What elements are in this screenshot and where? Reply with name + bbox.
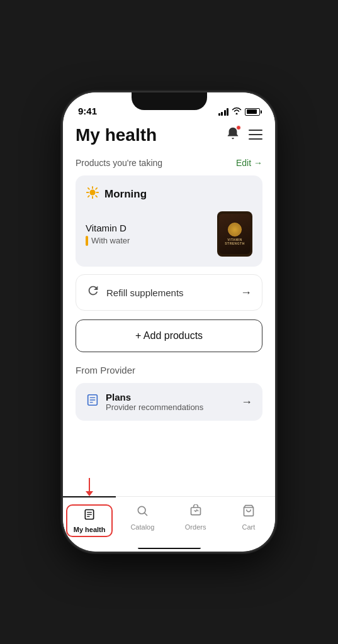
status-time: 9:41: [78, 106, 97, 116]
refresh-icon: [86, 284, 100, 301]
water-indicator: [86, 236, 88, 246]
nav-item-orders[interactable]: Orders: [169, 502, 222, 531]
product-row: Vitamin D With water VITAMINSTRENGTH: [86, 211, 252, 257]
battery-icon: [245, 108, 260, 116]
catalog-icon: [136, 504, 149, 521]
product-image: VITAMINSTRENGTH: [217, 211, 252, 257]
product-name: Vitamin D: [86, 223, 130, 233]
edit-button[interactable]: Edit →: [236, 158, 262, 168]
refill-card[interactable]: Refill supplements →: [76, 274, 262, 311]
svg-line-8: [88, 188, 89, 189]
morning-label: Morning: [104, 188, 147, 201]
plans-card[interactable]: Plans Provider recommendations →: [76, 383, 262, 421]
products-section-header: Products you're taking Edit →: [76, 158, 262, 168]
svg-line-11: [88, 196, 89, 197]
phone-frame: 9:41: [63, 92, 275, 552]
product-instruction-text: With water: [91, 236, 130, 245]
morning-card: Morning Vitamin D With water VITAMINSTR: [76, 175, 262, 267]
refill-left: Refill supplements: [86, 284, 184, 301]
nav-item-catalog[interactable]: Catalog: [116, 502, 169, 531]
notch: [132, 92, 207, 110]
svg-rect-1: [249, 134, 262, 135]
from-provider-title: From Provider: [76, 365, 262, 375]
product-instruction: With water: [86, 236, 130, 246]
page-title: My health: [76, 125, 157, 145]
add-products-label: + Add products: [135, 330, 203, 341]
orders-icon: [189, 504, 202, 521]
time-of-day-header: Morning: [86, 186, 252, 203]
nav-active-indicator: [63, 496, 116, 497]
refill-label: Refill supplements: [106, 287, 184, 298]
add-products-button[interactable]: + Add products: [76, 319, 262, 352]
nav-label-catalog: Catalog: [130, 523, 154, 531]
nav-label-orders: Orders: [185, 523, 206, 531]
status-icons: [218, 107, 261, 116]
plans-icon: [86, 393, 99, 411]
phone-screen: 9:41: [63, 92, 275, 552]
notification-badge: [236, 125, 241, 130]
products-section-label: Products you're taking: [76, 158, 162, 168]
my-health-icon: [83, 508, 96, 524]
main-content: My health: [63, 120, 275, 496]
plans-subtitle: Provider recommendations: [106, 402, 203, 412]
page-header: My health: [76, 125, 262, 145]
svg-line-10: [96, 188, 97, 189]
svg-rect-0: [249, 130, 262, 131]
notification-button[interactable]: [226, 126, 240, 144]
plans-title: Plans: [106, 392, 203, 402]
header-actions: [226, 126, 262, 144]
nav-label-my-health: My health: [74, 526, 106, 533]
refill-arrow-icon: →: [240, 286, 252, 299]
bottom-nav: My health Catalog: [63, 496, 275, 548]
svg-line-21: [145, 513, 147, 516]
sun-icon: [86, 186, 99, 203]
cart-icon: [242, 504, 255, 521]
menu-icon[interactable]: [249, 128, 262, 143]
plans-arrow-icon: →: [241, 396, 252, 409]
nav-item-cart[interactable]: Cart: [222, 502, 275, 531]
svg-point-3: [89, 189, 95, 195]
wifi-icon: [232, 107, 242, 116]
nav-item-my-health[interactable]: My health: [63, 502, 116, 537]
signal-icon: [218, 108, 229, 116]
nav-label-cart: Cart: [242, 523, 255, 531]
home-indicator: [63, 548, 275, 552]
product-info: Vitamin D With water: [86, 223, 130, 246]
plans-left: Plans Provider recommendations: [86, 392, 203, 412]
svg-rect-2: [249, 138, 262, 140]
svg-line-9: [96, 196, 97, 197]
